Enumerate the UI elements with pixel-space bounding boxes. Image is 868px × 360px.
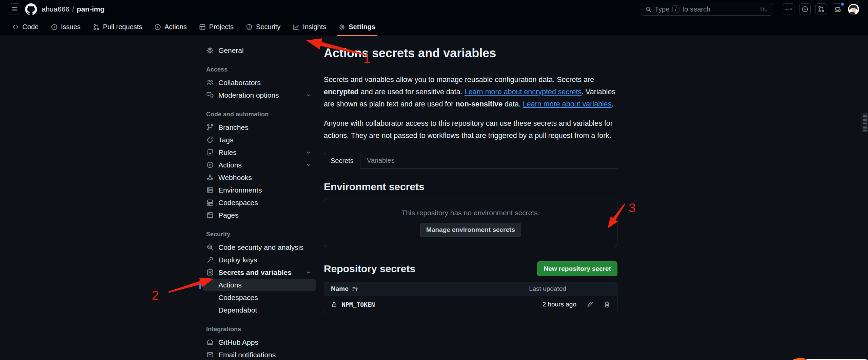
codescan-icon xyxy=(206,244,214,251)
tab-code[interactable]: Code xyxy=(7,18,43,36)
sort-ascending-icon[interactable] xyxy=(352,286,358,292)
inbox-button[interactable] xyxy=(832,3,843,15)
sidebar-item-codespaces[interactable]: Codespaces xyxy=(203,196,316,209)
sidebar-item-label: Environments xyxy=(218,186,262,194)
search-placeholder-suffix: to search xyxy=(683,5,710,13)
sidebar-divider xyxy=(203,106,316,106)
sidebar-item-collaborators[interactable]: Collaborators xyxy=(203,76,316,89)
hamburger-menu-button[interactable] xyxy=(9,3,20,15)
sidebar-section-access: Access xyxy=(206,66,316,73)
browser-icon xyxy=(206,212,214,219)
sidebar-divider xyxy=(203,61,316,61)
sidebar-item-deploy-keys[interactable]: Deploy keys xyxy=(203,254,316,266)
sidebar-subitem-dependabot[interactable]: Dependabot xyxy=(203,304,316,316)
sidebar-item-label: Codespaces xyxy=(218,294,258,302)
key-icon xyxy=(206,256,214,263)
mail-icon xyxy=(206,351,214,358)
sidebar-item-github-apps[interactable]: GitHub Apps xyxy=(203,336,316,348)
link-about-variables[interactable]: Learn more about variables xyxy=(523,100,612,108)
sidebar-item-moderation-options[interactable]: Moderation options xyxy=(203,89,316,101)
tab-settings[interactable]: Settings xyxy=(334,18,380,36)
manage-environment-secrets-button[interactable]: Manage environment secrets xyxy=(420,223,521,237)
sidebar-subitem-actions[interactable]: Actions xyxy=(203,279,316,291)
server-icon xyxy=(206,186,214,194)
sidebar-item-code-security[interactable]: Code security and analysis xyxy=(203,241,316,254)
edit-secret-pencil-icon[interactable] xyxy=(587,301,593,308)
delete-secret-trash-icon[interactable] xyxy=(604,301,610,308)
global-header: ahua666 / pan-img Type / to search xyxy=(0,0,868,18)
sidebar-item-label: Secrets and variables xyxy=(218,268,292,277)
sidebar-item-rules[interactable]: Rules xyxy=(203,146,316,159)
pull-requests-dashboard-button[interactable] xyxy=(815,3,827,15)
git-pull-request-icon xyxy=(93,24,100,31)
create-new-button[interactable] xyxy=(783,3,794,15)
tab-pull-requests[interactable]: Pull requests xyxy=(88,18,147,36)
sidebar-item-actions[interactable]: Actions xyxy=(203,159,316,171)
sidebar-item-branches[interactable]: Branches xyxy=(203,121,316,134)
intro-text: and are used for sensitive data. xyxy=(359,88,465,96)
sidebar-item-tags[interactable]: Tags xyxy=(203,134,316,146)
graph-icon xyxy=(293,24,299,31)
secrets-table: Name Last updated NPM_TOKEN 2 hours ago xyxy=(324,282,617,313)
hamburger-icon xyxy=(11,6,18,13)
new-repository-secret-button[interactable]: New repository secret xyxy=(537,261,617,276)
sidebar-item-label: Deploy keys xyxy=(218,256,257,264)
gear-icon xyxy=(338,24,345,31)
link-encrypted-secrets[interactable]: Learn more about encrypted secrets xyxy=(465,88,581,96)
tab-insights[interactable]: Insights xyxy=(288,18,331,36)
sidebar-item-label: Moderation options xyxy=(218,91,279,99)
repo-nav: Code Issues Pull requests Actions Projec… xyxy=(0,18,868,36)
ime-toolbar: S 中 xyxy=(793,358,868,360)
sogou-logo[interactable]: S xyxy=(792,358,807,360)
sidebar-item-label: Branches xyxy=(218,123,249,132)
intro-bold-encrypted: encrypted xyxy=(324,88,359,96)
tab-issues[interactable]: Issues xyxy=(46,18,85,36)
search-icon xyxy=(645,6,652,13)
sidebar-item-environments[interactable]: Environments xyxy=(203,184,316,196)
sidebar-item-webhooks[interactable]: Webhooks xyxy=(203,171,316,184)
user-avatar[interactable] xyxy=(848,4,859,15)
secrets-table-header: Name Last updated xyxy=(324,282,617,296)
secret-name: NPM_TOKEN xyxy=(342,301,375,308)
sidebar-item-email-notifications[interactable]: Email notifications xyxy=(203,348,316,360)
sidebar-item-label: Rules xyxy=(218,148,237,157)
breadcrumb-owner[interactable]: ahua666 xyxy=(42,5,70,13)
tab-security[interactable]: Security xyxy=(241,18,285,36)
tab-label: Issues xyxy=(61,23,81,31)
secrets-variables-tabnav: Secrets Variables xyxy=(324,153,617,169)
sidebar-item-label: Actions xyxy=(218,161,242,169)
tab-variables[interactable]: Variables xyxy=(360,153,401,169)
environment-secrets-empty-box: This repository has no environment secre… xyxy=(324,199,617,247)
settings-sidebar: General Access Collaborators Moderation … xyxy=(199,44,316,360)
sidebar-section-security: Security xyxy=(206,231,316,238)
intro-bold-non-sensitive: non-sensitive xyxy=(455,100,502,108)
sidebar-item-label: GitHub Apps xyxy=(218,338,258,346)
sidebar-subitem-codespaces[interactable]: Codespaces xyxy=(203,291,316,304)
tab-actions[interactable]: Actions xyxy=(150,18,192,36)
empty-state-text: This repository has no environment secre… xyxy=(401,209,539,217)
tab-label: Code xyxy=(22,23,39,31)
intro-text: Secrets and variables allow you to manag… xyxy=(324,76,594,84)
people-icon xyxy=(206,79,214,86)
intro-text: . xyxy=(612,100,614,108)
breadcrumb-repo[interactable]: pan-img xyxy=(77,5,105,13)
sidebar-item-pages[interactable]: Pages xyxy=(203,209,316,221)
asterisk-box-icon xyxy=(206,269,214,276)
github-logo-icon[interactable] xyxy=(25,3,37,15)
sidebar-item-general[interactable]: General xyxy=(203,44,316,57)
header-divider xyxy=(778,5,778,14)
sidebar-item-label: Code security and analysis xyxy=(218,243,303,252)
search-input[interactable]: Type / to search xyxy=(641,3,773,16)
issues-dashboard-button[interactable] xyxy=(799,3,811,15)
command-palette-icon[interactable] xyxy=(760,6,769,13)
sidebar-item-label: Pages xyxy=(218,211,239,219)
tab-secrets[interactable]: Secrets xyxy=(324,153,360,169)
scroll-minimap-widget[interactable] xyxy=(862,113,868,132)
chevron-down-icon xyxy=(305,150,312,155)
chevron-down-icon xyxy=(305,162,312,168)
sidebar-item-secrets-and-variables[interactable]: Secrets and variables xyxy=(203,266,316,279)
issue-opened-icon xyxy=(51,24,58,31)
sidebar-item-label: General xyxy=(218,46,244,55)
tab-projects[interactable]: Projects xyxy=(194,18,238,36)
environment-secrets-heading: Environment secrets xyxy=(324,181,617,193)
